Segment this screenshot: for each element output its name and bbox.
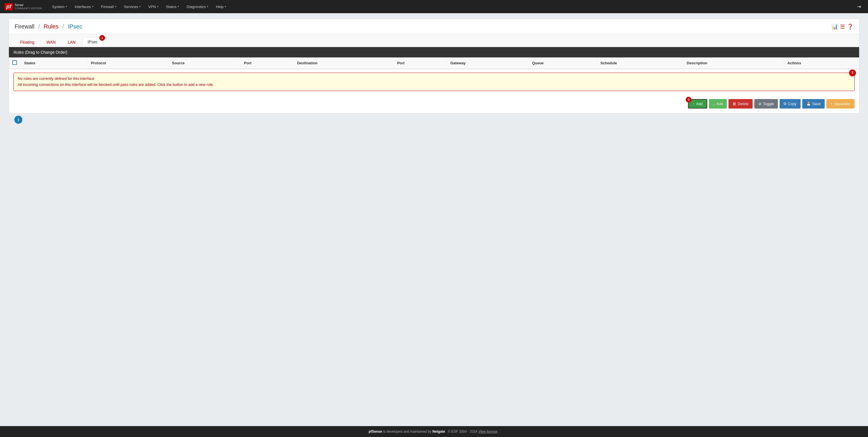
warning-line1: No rules are currently defined for this … <box>18 76 850 82</box>
table-header-row: States Protocol Source Port Destination … <box>9 57 859 69</box>
breadcrumb-part2[interactable]: Rules <box>44 23 59 30</box>
col-gateway: Gateway <box>446 57 528 69</box>
toggle-icon: ⊘ <box>758 102 762 106</box>
warning-box: 2 No rules are currently defined for thi… <box>13 73 855 91</box>
col-states: States <box>21 57 88 69</box>
col-description: Description <box>683 57 784 69</box>
toggle-button[interactable]: ⊘ Toggle <box>754 99 778 108</box>
action-bar-badge: 3 <box>686 97 691 102</box>
separator-icon: + <box>830 102 833 106</box>
select-all-th[interactable] <box>9 57 21 69</box>
col-actions: Actions <box>784 57 859 69</box>
list-icon[interactable]: ☰ <box>840 24 845 30</box>
add-bottom-icon: ↓ <box>713 102 715 106</box>
warning-badge: 2 <box>849 69 856 76</box>
nav-item-diagnostics[interactable]: Diagnostics ▾ <box>183 2 212 11</box>
tab-lan[interactable]: LAN <box>62 37 81 47</box>
nav-item-status[interactable]: Status ▾ <box>162 2 183 11</box>
footer-license-link[interactable]: View license <box>478 430 497 434</box>
table-section-title: Rules (Drag to Change Order) <box>9 47 859 57</box>
logo-text: Sense COMMUNITY EDITION <box>14 3 42 10</box>
nav-item-interfaces[interactable]: Interfaces ▾ <box>71 2 97 11</box>
delete-icon: 🗑 <box>733 102 736 106</box>
tab-bar: Floating WAN LAN IPsec 1 <box>9 34 859 47</box>
footer-after: . © ESF 2004 - 2024 <box>446 430 478 434</box>
header-icons: 📊 ☰ ❓ <box>832 24 854 30</box>
breadcrumb: Firewall / Rules / IPsec <box>14 23 82 30</box>
rules-table: States Protocol Source Port Destination … <box>9 57 859 94</box>
logout-button[interactable]: ⇥ <box>855 2 863 11</box>
copy-label: Copy <box>787 102 796 106</box>
tab-ipsec[interactable]: IPsec 1 <box>82 37 103 47</box>
nav-item-firewall[interactable]: Firewall ▾ <box>98 2 120 11</box>
add-bottom-label: Add <box>716 102 723 106</box>
tab-ipsec-badge: 1 <box>99 35 105 41</box>
col-queue: Queue <box>528 57 597 69</box>
logo-icon: pf <box>5 3 13 10</box>
nav-item-services[interactable]: Services ▾ <box>121 2 144 11</box>
content-panel: Rules (Drag to Change Order) States Prot… <box>9 47 859 114</box>
delete-label: Delete <box>738 102 749 106</box>
nav-item-help[interactable]: Help ▾ <box>212 2 229 11</box>
add-top-button-wrapper: 3 ↑ Add <box>688 99 707 108</box>
copy-button[interactable]: ⧉ Copy <box>780 99 800 108</box>
warning-line2: All incoming connections on this interfa… <box>18 82 850 88</box>
chart-icon[interactable]: 📊 <box>832 24 838 30</box>
footer-middle: is developed and maintained by <box>383 430 432 434</box>
footer-period: . <box>498 430 499 434</box>
save-button[interactable]: 💾 Save <box>802 99 825 108</box>
toggle-label: Toggle <box>763 102 774 106</box>
col-port-dst: Port <box>394 57 446 69</box>
nav-item-system[interactable]: System ▾ <box>49 2 70 11</box>
action-bar: 3 ↑ Add ↓ Add 🗑 Delete ⊘ Toggle <box>9 94 859 113</box>
tab-wan[interactable]: WAN <box>41 37 61 47</box>
col-destination: Destination <box>293 57 394 69</box>
col-port-src: Port <box>241 57 293 69</box>
add-top-icon: ↑ <box>693 102 694 106</box>
tab-floating[interactable]: Floating <box>14 37 40 47</box>
info-section: i <box>9 114 859 129</box>
help-icon[interactable]: ❓ <box>847 24 854 30</box>
breadcrumb-part1: Firewall <box>14 23 34 30</box>
table-empty-row: 2 No rules are currently defined for thi… <box>9 69 859 94</box>
add-bottom-button[interactable]: ↓ Add <box>709 99 727 108</box>
delete-button[interactable]: 🗑 Delete <box>728 99 753 108</box>
col-protocol: Protocol <box>87 57 168 69</box>
save-icon: 💾 <box>806 102 811 106</box>
separator-label: Separator <box>834 102 850 106</box>
info-icon[interactable]: i <box>14 116 22 124</box>
nav-item-vpn[interactable]: VPN ▾ <box>145 2 162 11</box>
top-navigation: pf Sense COMMUNITY EDITION System ▾ Inte… <box>0 0 868 13</box>
page-header: Firewall / Rules / IPsec 📊 ☰ ❓ <box>9 19 859 34</box>
col-schedule: Schedule <box>597 57 683 69</box>
separator-button[interactable]: + Separator <box>826 99 855 108</box>
save-label: Save <box>812 102 821 106</box>
add-top-label: Add <box>696 102 703 106</box>
col-source: Source <box>168 57 241 69</box>
logo[interactable]: pf Sense COMMUNITY EDITION <box>5 3 42 10</box>
nav-items: System ▾ Interfaces ▾ Firewall ▾ Service… <box>49 2 855 11</box>
copy-icon: ⧉ <box>784 101 786 106</box>
footer-brand: pfSense <box>369 430 382 434</box>
main-content: Firewall / Rules / IPsec 📊 ☰ ❓ Floating … <box>0 13 868 426</box>
breadcrumb-part3: IPsec <box>68 23 82 30</box>
footer-netgate: Netgate <box>432 430 445 434</box>
select-all-checkbox[interactable] <box>12 60 17 65</box>
footer: pfSense is developed and maintained by N… <box>0 426 868 437</box>
